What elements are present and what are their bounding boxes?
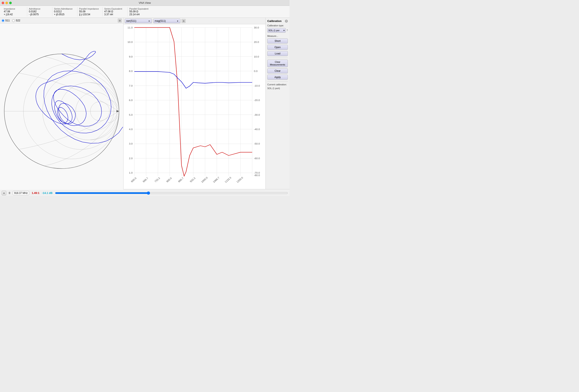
svg-text:6.0: 6.0 bbox=[129, 99, 133, 102]
svg-text:10.0: 10.0 bbox=[128, 41, 133, 44]
s11-radio-label[interactable]: S11 bbox=[2, 19, 10, 22]
smith-toolbar: S11 S22 ⊡ bbox=[0, 18, 123, 23]
svg-text:8.0: 8.0 bbox=[129, 70, 133, 73]
metric-parallel-impedance-label: Parallel Impedance bbox=[79, 7, 101, 10]
svg-text:11.0: 11.0 bbox=[128, 26, 133, 29]
cal-type-label: Calibration type: bbox=[267, 24, 288, 27]
svg-text:5.0: 5.0 bbox=[129, 113, 133, 116]
calibration-close-button[interactable]: ✕ bbox=[285, 20, 288, 23]
metric-series-equivalent-label: Series Equivalent bbox=[104, 7, 126, 10]
metric-admittance: Admittance 0.0182 - j0.0075 bbox=[27, 7, 52, 16]
title-bar: VNA View bbox=[0, 0, 290, 6]
svg-text:3.0: 3.0 bbox=[129, 142, 133, 145]
svg-text:-80.0: -80.0 bbox=[254, 174, 260, 176]
header-metrics: Impedance 47.08 + j19.42 Admittance 0.01… bbox=[0, 6, 290, 18]
current-cal-label: Current calibration: bbox=[267, 83, 288, 86]
s22-radio[interactable] bbox=[12, 19, 15, 22]
metric-parallel-impedance-sub: || j-133.54 bbox=[79, 13, 101, 16]
cal-type-dropdown[interactable]: SOL (1 por ▾ bbox=[267, 28, 286, 33]
metric-series-equivalent-value: 47.08 Ω bbox=[104, 10, 126, 13]
svg-text:9.0: 9.0 bbox=[129, 55, 133, 58]
svg-text:-40.0: -40.0 bbox=[254, 128, 260, 131]
open-button[interactable]: Open bbox=[267, 45, 288, 50]
metric-series-admittance: Series Admittance 0.0212 + j0.0515 bbox=[52, 7, 77, 16]
chart-dropdown-1[interactable]: swr(S11) swr(S22) real(S11) bbox=[125, 19, 152, 23]
smith-chart-svg bbox=[0, 23, 123, 195]
s11-radio[interactable] bbox=[2, 19, 4, 22]
metric-admittance-sub: - j0.0075 bbox=[29, 13, 50, 16]
calibration-title: Calibration ✕ bbox=[267, 19, 288, 23]
metric-parallel-equivalent: Parallel Equivalent 55.09 Ω 23.14 nH bbox=[128, 7, 153, 16]
calibration-panel: Calibration ✕ Calibration type: SOL (1 p… bbox=[265, 18, 290, 189]
metric-series-admittance-value: 0.0212 bbox=[54, 10, 75, 13]
svg-text:0.0: 0.0 bbox=[254, 70, 258, 73]
svg-text:7.0: 7.0 bbox=[129, 84, 133, 87]
smith-panel: S11 S22 ⊡ bbox=[0, 18, 124, 189]
svg-text:-20.0: -20.0 bbox=[254, 99, 260, 102]
metric-admittance-label: Admittance bbox=[29, 7, 50, 10]
svg-text:-10.0: -10.0 bbox=[254, 84, 260, 87]
chart-dropdown-2[interactable]: mag(S11) mag(S22) phase(S11) bbox=[153, 19, 180, 23]
metric-impedance-value: 47.08 bbox=[4, 10, 25, 13]
svg-text:-30.0: -30.0 bbox=[254, 113, 260, 116]
s11-label: S11 bbox=[5, 19, 10, 22]
svg-text:30.0: 30.0 bbox=[254, 26, 259, 29]
line-chart-area: .axis-text { font-family: sans-serif; fo… bbox=[124, 24, 265, 189]
current-cal-value: SOL (1 port) bbox=[267, 87, 288, 90]
metric-impedance-label: Impedance bbox=[4, 7, 25, 10]
metric-impedance-sub: + j19.42 bbox=[4, 13, 25, 16]
metric-admittance-value: 0.0182 bbox=[29, 10, 50, 13]
traffic-lights bbox=[2, 2, 12, 4]
clear-button[interactable]: Clear bbox=[267, 68, 288, 73]
svg-text:-50.0: -50.0 bbox=[254, 142, 260, 145]
apply-button[interactable]: Apply bbox=[267, 75, 288, 80]
svg-rect-10 bbox=[124, 24, 265, 189]
svg-text:1.0: 1.0 bbox=[129, 171, 133, 174]
divider-2 bbox=[267, 81, 288, 82]
cal-type-value: SOL (1 por bbox=[268, 29, 280, 32]
chevron-down-icon: ▾ bbox=[284, 29, 285, 32]
svg-text:-60.0: -60.0 bbox=[254, 157, 260, 160]
metric-parallel-impedance: Parallel Impedance 55.09 || j-133.54 bbox=[77, 7, 103, 16]
svg-rect-0 bbox=[0, 28, 123, 190]
calibration-title-text: Calibration bbox=[267, 19, 282, 23]
metric-series-equivalent-sub: 3.37 nH bbox=[104, 13, 126, 16]
metric-series-admittance-sub: + j0.0515 bbox=[54, 13, 75, 16]
metric-parallel-equivalent-value: 55.09 Ω bbox=[129, 10, 151, 13]
close-button[interactable] bbox=[2, 2, 4, 4]
measure-label: Measure... bbox=[267, 35, 288, 37]
divider-1 bbox=[267, 58, 288, 58]
right-area: swr(S11) swr(S22) real(S11) mag(S11) mag… bbox=[124, 18, 290, 189]
load-button[interactable]: Load bbox=[267, 51, 288, 56]
svg-text:4.0: 4.0 bbox=[129, 128, 133, 131]
svg-text:20.0: 20.0 bbox=[254, 41, 259, 44]
line-chart-container: swr(S11) swr(S22) real(S11) mag(S11) mag… bbox=[124, 18, 265, 189]
short-button[interactable]: Short bbox=[267, 39, 288, 44]
window-title: VNA View bbox=[139, 1, 151, 4]
minimize-button[interactable] bbox=[5, 2, 8, 4]
metric-series-admittance-label: Series Admittance bbox=[54, 7, 75, 10]
line-chart-svg: .axis-text { font-family: sans-serif; fo… bbox=[124, 24, 265, 189]
metric-parallel-equivalent-sub: 23.14 nH bbox=[129, 13, 151, 16]
chart-select-2[interactable]: mag(S11) mag(S22) phase(S11) bbox=[155, 19, 170, 22]
svg-text:10.0: 10.0 bbox=[254, 55, 259, 58]
maximize-button[interactable] bbox=[9, 2, 12, 4]
metric-impedance: Impedance 47.08 + j19.42 bbox=[2, 7, 27, 16]
main-area: S11 S22 ⊡ bbox=[0, 18, 290, 189]
metric-parallel-equivalent-label: Parallel Equivalent bbox=[129, 7, 151, 10]
clear-measurements-button[interactable]: Clear Measurements bbox=[267, 60, 288, 67]
s22-label: S22 bbox=[16, 19, 20, 22]
help-icon[interactable]: ? bbox=[287, 29, 288, 32]
chart-toolbar: swr(S11) swr(S22) real(S11) mag(S11) mag… bbox=[124, 18, 265, 24]
chart-select-1[interactable]: swr(S11) swr(S22) real(S11) bbox=[126, 19, 139, 22]
smith-expand-button[interactable]: ⊡ bbox=[118, 19, 122, 22]
svg-text:2.0: 2.0 bbox=[129, 157, 133, 160]
metric-series-equivalent: Series Equivalent 47.08 Ω 3.37 nH bbox=[103, 7, 128, 16]
s22-radio-label[interactable]: S22 bbox=[12, 19, 20, 22]
chart-expand-button[interactable]: ⊡ bbox=[182, 19, 185, 23]
metric-parallel-impedance-value: 55.09 bbox=[79, 10, 101, 13]
